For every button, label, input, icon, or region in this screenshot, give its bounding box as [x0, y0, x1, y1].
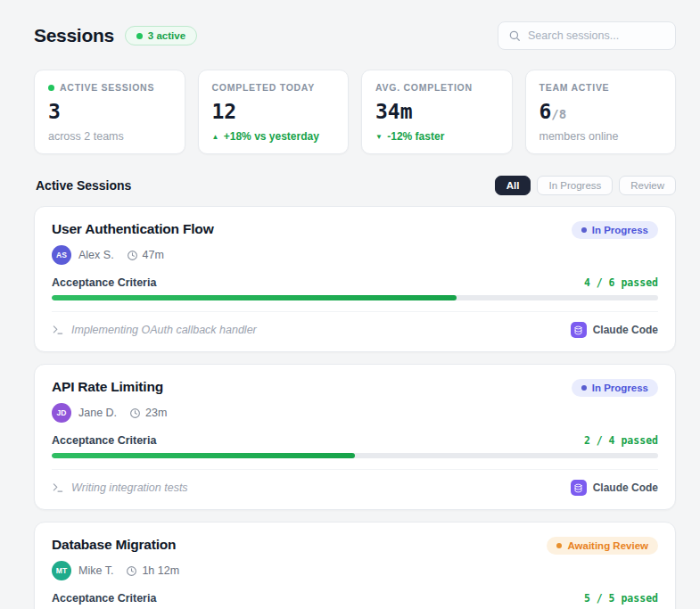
- stat-trend: ▲ +18% vs yesterday: [212, 130, 335, 143]
- session-title: Database Migration: [52, 537, 176, 553]
- clock-icon: [127, 250, 138, 261]
- topbar: Sessions 3 active: [34, 21, 676, 50]
- search-icon: [508, 29, 521, 42]
- search-box[interactable]: [498, 21, 676, 50]
- avatar: JD: [52, 403, 71, 423]
- agent-label: Claude Code: [593, 481, 658, 494]
- status-dot-icon: [581, 385, 587, 391]
- stat-value: 6/8: [539, 102, 663, 122]
- filter-in-progress-button[interactable]: In Progress: [537, 176, 613, 195]
- card-top: User Authentication Flow In Progress: [52, 221, 658, 239]
- card-meta: MT Mike T. 1h 12m: [52, 561, 658, 580]
- session-duration: 47m: [127, 249, 164, 261]
- criteria-label: Acceptance Criteria: [52, 434, 156, 447]
- stat-card-active-sessions: ACTIVE SESSIONS 3 across 2 teams: [34, 70, 185, 154]
- terminal-icon: [52, 324, 64, 336]
- green-dot-icon: [136, 33, 143, 39]
- status-badge: In Progress: [572, 221, 658, 239]
- card-top: Database Migration Awaiting Review: [52, 537, 658, 555]
- trend-down-icon: ▼: [375, 133, 383, 141]
- section-title: Active Sessions: [36, 178, 131, 193]
- clock-icon: [129, 407, 141, 419]
- criteria-label: Acceptance Criteria: [52, 592, 156, 605]
- current-task: Writing integration tests: [52, 481, 188, 494]
- stat-card-completed-today: COMPLETED TODAY 12 ▲ +18% vs yesterday: [198, 70, 350, 154]
- progress-bar: [52, 295, 658, 300]
- claude-code-icon: [571, 322, 587, 338]
- criteria-passed-count: 4 / 6 passed: [584, 276, 658, 289]
- card-top: API Rate Limiting In Progress: [52, 379, 658, 397]
- current-task: Implementing OAuth callback handler: [52, 324, 257, 336]
- green-dot-icon: [48, 85, 54, 91]
- stat-label: ACTIVE SESSIONS: [48, 82, 171, 93]
- session-duration: 23m: [129, 407, 167, 419]
- progress-bar-fill: [52, 453, 355, 458]
- card-footer: Writing integration tests Claude Code: [52, 469, 658, 496]
- stat-label: COMPLETED TODAY: [212, 82, 335, 93]
- agent-chip: Claude Code: [571, 480, 658, 496]
- stat-label: AVG. COMPLETION: [375, 82, 498, 93]
- avatar: MT: [52, 561, 71, 580]
- stat-subtext: members online: [539, 130, 663, 143]
- stat-value: 3: [48, 102, 171, 122]
- criteria-row: Acceptance Criteria 5 / 5 passed: [52, 592, 658, 605]
- user-name: Jane D.: [78, 407, 117, 419]
- criteria-passed-count: 2 / 4 passed: [584, 434, 658, 447]
- card-meta: AS Alex S. 47m: [52, 245, 658, 265]
- title-group: Sessions 3 active: [34, 25, 197, 46]
- status-dot-icon: [556, 543, 562, 548]
- avatar: AS: [52, 245, 71, 265]
- task-text: Implementing OAuth callback handler: [71, 324, 257, 336]
- session-card[interactable]: Database Migration Awaiting Review MT Mi…: [34, 522, 676, 609]
- active-count-badge: 3 active: [125, 26, 197, 45]
- task-text: Writing integration tests: [71, 481, 188, 494]
- sessions-dashboard: Sessions 3 active ACTIVE SESSIONS 3 acro…: [0, 0, 700, 609]
- session-title: API Rate Limiting: [52, 379, 163, 395]
- card-meta: JD Jane D. 23m: [52, 403, 658, 423]
- criteria-row: Acceptance Criteria 4 / 6 passed: [52, 276, 658, 289]
- stat-card-avg-completion: AVG. COMPLETION 34m ▼ -12% faster: [361, 70, 513, 154]
- user-name: Mike T.: [78, 564, 113, 577]
- filter-group: All In Progress Review: [495, 176, 676, 195]
- progress-bar: [52, 453, 658, 458]
- status-badge: In Progress: [572, 379, 658, 397]
- criteria-passed-count: 5 / 5 passed: [584, 592, 658, 605]
- stat-card-team-active: TEAM ACTIVE 6/8 members online: [525, 70, 677, 154]
- claude-code-icon: [571, 480, 587, 496]
- user-name: Alex S.: [78, 249, 114, 261]
- status-dot-icon: [581, 227, 587, 233]
- session-list: User Authentication Flow In Progress AS …: [34, 206, 676, 609]
- session-duration: 1h 12m: [126, 564, 179, 577]
- status-badge: Awaiting Review: [547, 537, 658, 555]
- filter-review-button[interactable]: Review: [619, 176, 676, 195]
- trend-up-icon: ▲: [212, 133, 219, 141]
- stat-label: TEAM ACTIVE: [539, 82, 663, 93]
- criteria-label: Acceptance Criteria: [52, 276, 156, 289]
- stat-value: 12: [212, 102, 335, 122]
- filter-all-button[interactable]: All: [495, 176, 531, 195]
- agent-label: Claude Code: [593, 324, 658, 336]
- terminal-icon: [52, 481, 64, 494]
- section-head: Active Sessions All In Progress Review: [36, 176, 676, 195]
- stat-value-suffix: /8: [551, 107, 566, 121]
- session-title: User Authentication Flow: [52, 221, 214, 237]
- criteria-row: Acceptance Criteria 2 / 4 passed: [52, 434, 658, 447]
- search-input[interactable]: [528, 29, 665, 42]
- stat-subtext: across 2 teams: [48, 130, 171, 143]
- stat-value: 34m: [375, 102, 498, 122]
- progress-bar-fill: [52, 295, 457, 300]
- session-card[interactable]: User Authentication Flow In Progress AS …: [34, 206, 676, 352]
- page-title: Sessions: [34, 25, 114, 46]
- active-count-label: 3 active: [148, 30, 185, 41]
- stat-trend: ▼ -12% faster: [375, 130, 498, 143]
- session-card[interactable]: API Rate Limiting In Progress JD Jane D.…: [34, 364, 676, 510]
- clock-icon: [126, 565, 137, 577]
- agent-chip: Claude Code: [571, 322, 658, 338]
- card-footer: Implementing OAuth callback handler Clau…: [52, 311, 658, 338]
- stats-row: ACTIVE SESSIONS 3 across 2 teams COMPLET…: [34, 70, 676, 154]
